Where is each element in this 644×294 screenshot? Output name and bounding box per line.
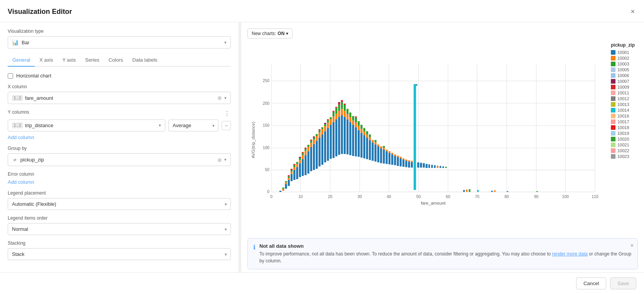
svg-rect-202	[507, 191, 508, 192]
legend-item-label: 10006	[617, 73, 629, 78]
stacking-select[interactable]: Stack	[8, 248, 231, 260]
svg-rect-55	[296, 167, 298, 179]
group-by-clear-icon[interactable]: ⊗	[217, 157, 222, 163]
cancel-button[interactable]: Cancel	[576, 277, 606, 289]
x-column-select[interactable]: 1.2 fare_amount ⊗ ▾	[8, 92, 231, 104]
svg-rect-152	[372, 140, 373, 142]
legend-item: 10005	[611, 67, 638, 72]
group-by-select[interactable]: ⇄ pickup_zip ⊗ ▾	[8, 153, 231, 166]
svg-text:0: 0	[270, 195, 272, 199]
svg-rect-98	[327, 119, 329, 120]
legend-item: 10016	[611, 114, 638, 118]
x-column-chevron-icon[interactable]: ▾	[224, 96, 227, 101]
tab-series[interactable]: Series	[81, 54, 104, 67]
tab-colors[interactable]: Colors	[104, 54, 128, 67]
y-column-select[interactable]: 1.2 trip_distance ▾	[8, 119, 165, 131]
group-by-value: pickup_zip	[20, 157, 217, 163]
tab-yaxis[interactable]: Y axis	[58, 54, 81, 67]
svg-rect-138	[358, 121, 360, 126]
svg-rect-52	[293, 167, 295, 170]
svg-rect-129	[352, 125, 354, 156]
close-button[interactable]: ×	[629, 6, 636, 17]
svg-text:250: 250	[263, 79, 270, 83]
new-charts-state: ON	[277, 31, 284, 36]
y-columns-label: Y columns	[8, 109, 29, 115]
svg-rect-57	[296, 162, 298, 164]
svg-rect-120	[344, 111, 346, 117]
x-column-value: fare_amount	[25, 95, 217, 101]
y-columns-group: Y columns ⋮ 1.2 trip_distance ▾ Average …	[8, 109, 231, 140]
svg-rect-94	[324, 123, 326, 124]
svg-rect-157	[377, 144, 379, 146]
horizontal-chart-checkbox[interactable]	[8, 73, 13, 79]
legend-item-label: 10021	[617, 143, 629, 147]
svg-rect-176	[402, 158, 404, 160]
x-column-group: X column 1.2 fare_amount ⊗ ▾	[8, 84, 231, 104]
svg-rect-76	[310, 139, 312, 141]
svg-rect-170	[394, 155, 396, 156]
svg-rect-141	[360, 125, 362, 129]
legend-item: 10002	[611, 56, 638, 60]
new-charts-toggle[interactable]: New charts: ON ▾	[247, 29, 638, 39]
legend-placement-label: Legend placement	[8, 190, 231, 196]
svg-rect-180	[408, 160, 410, 161]
legend-items-order-select-wrapper: Normal ▾	[8, 223, 231, 235]
legend-placement-select[interactable]: Automatic (Flexible)	[8, 198, 231, 210]
viz-type-select[interactable]: 📊 Bar ▾	[8, 36, 231, 49]
add-error-column-link[interactable]: Add column	[8, 179, 34, 185]
group-by-type-icon: ⇄	[12, 156, 18, 163]
legend-item-label: 10016	[617, 114, 629, 118]
tab-general[interactable]: General	[8, 54, 35, 67]
svg-rect-39	[282, 188, 284, 189]
svg-rect-131	[352, 116, 354, 120]
svg-rect-177	[405, 161, 407, 167]
legend-swatch	[611, 114, 615, 118]
svg-rect-139	[360, 133, 362, 158]
legend-swatch	[611, 148, 615, 153]
info-text-before: To improve performance, not all data has…	[259, 251, 551, 257]
svg-rect-37	[279, 191, 281, 192]
svg-text:100: 100	[562, 195, 569, 199]
svg-text:40: 40	[387, 195, 391, 199]
legend-item-label: 10013	[617, 102, 629, 107]
legend-item: 10009	[611, 85, 638, 89]
y-columns-menu-icon[interactable]: ⋮	[224, 110, 231, 117]
remove-y-column-button[interactable]: −	[222, 121, 231, 130]
legend-item: 10012	[611, 96, 638, 101]
svg-rect-159	[380, 146, 382, 148]
x-column-label: X column	[8, 84, 231, 89]
svg-rect-112	[338, 105, 340, 111]
svg-rect-51	[293, 170, 295, 180]
y-column-chevron-icon[interactable]: ▾	[159, 123, 161, 128]
svg-rect-126	[349, 122, 351, 155]
legend-items-order-select[interactable]: Normal	[8, 223, 231, 235]
svg-rect-85	[319, 133, 321, 138]
svg-rect-169	[394, 156, 396, 165]
legend-item-label: 10001	[617, 50, 629, 55]
svg-rect-178	[405, 160, 407, 161]
chart-bars	[279, 84, 538, 192]
stacking-label: Stacking	[8, 240, 231, 246]
svg-rect-166	[388, 151, 390, 153]
svg-text:10: 10	[298, 195, 303, 199]
svg-rect-109	[335, 107, 337, 108]
legend-item: 10007	[611, 79, 638, 84]
info-banner-close-button[interactable]: ×	[631, 242, 634, 249]
svg-rect-144	[363, 128, 365, 131]
svg-rect-173	[400, 158, 402, 166]
svg-rect-156	[377, 146, 379, 162]
svg-rect-116	[341, 109, 343, 116]
aggregation-select[interactable]: Average Sum Count Min Max	[168, 119, 219, 131]
save-button[interactable]: Save	[610, 277, 636, 289]
tab-xaxis[interactable]: X axis	[35, 54, 57, 67]
svg-rect-186	[420, 163, 422, 167]
x-column-clear-icon[interactable]: ⊗	[217, 95, 222, 101]
add-y-column-link[interactable]: Add column	[8, 134, 34, 140]
svg-rect-113	[338, 103, 340, 105]
tab-datalabels[interactable]: Data labels	[128, 54, 162, 67]
render-more-data-link[interactable]: render more data	[552, 251, 588, 257]
legend-items-order-group: Legend items order Normal ▾	[8, 215, 231, 235]
svg-rect-130	[352, 121, 354, 125]
svg-rect-49	[291, 170, 293, 171]
group-by-chevron-icon[interactable]: ▾	[224, 157, 227, 162]
